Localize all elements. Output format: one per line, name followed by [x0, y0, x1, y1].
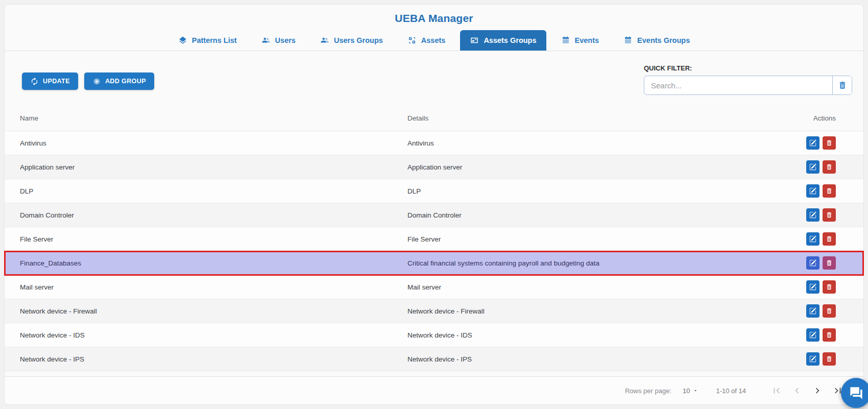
table-row[interactable]: Antivirus Antivirus: [5, 131, 863, 155]
edit-icon: [809, 283, 816, 291]
refresh-icon: [30, 77, 39, 86]
chat-fab-button[interactable]: [841, 378, 868, 408]
search-input[interactable]: [644, 76, 832, 94]
trash-icon: [826, 307, 833, 315]
edit-button[interactable]: [806, 184, 819, 198]
tab-events-groups[interactable]: Events Groups: [614, 30, 700, 51]
trash-icon: [838, 81, 847, 90]
edit-button[interactable]: [806, 352, 819, 366]
delete-button[interactable]: [823, 232, 836, 246]
table-row[interactable]: DLP DLP: [5, 179, 863, 203]
chat-bubbles-icon: [849, 386, 863, 400]
table-body: Antivirus Antivirus Application server A…: [5, 131, 863, 371]
edit-button[interactable]: [806, 328, 819, 342]
next-page-button[interactable]: [811, 384, 824, 397]
previous-page-button[interactable]: [791, 384, 803, 397]
table-row[interactable]: Mail server Mail server: [5, 275, 863, 299]
delete-button[interactable]: [823, 208, 836, 222]
calendar-icon: [561, 36, 570, 45]
edit-icon: [809, 235, 816, 243]
trash-icon: [826, 235, 833, 243]
delete-button[interactable]: [823, 328, 836, 342]
column-header-actions: Actions: [789, 114, 836, 122]
layers-icon: [178, 36, 187, 45]
delete-button[interactable]: [823, 352, 836, 366]
assets-groups-icon: [470, 36, 479, 45]
page-range-label: 1-10 of 14: [716, 387, 746, 395]
pagination-bar: Rows per page: 10 1-10 of 14: [5, 376, 863, 404]
trash-icon: [826, 355, 833, 363]
delete-button[interactable]: [823, 184, 836, 198]
table-row[interactable]: Network device - IPS Network device - IP…: [5, 347, 863, 371]
edit-icon: [809, 139, 816, 147]
trash-icon: [826, 283, 833, 291]
edit-button[interactable]: [806, 304, 819, 318]
page-title: UEBA Manager: [5, 5, 863, 25]
table-row[interactable]: Domain Controler Domain Controler: [5, 203, 863, 227]
edit-icon: [809, 307, 816, 315]
assets-icon: [407, 36, 417, 45]
plus-circle-icon: [92, 77, 101, 86]
tab-patterns-list[interactable]: Patterns List: [168, 30, 247, 51]
rows-per-page-label: Rows per page:: [625, 387, 671, 395]
delete-button[interactable]: [823, 304, 836, 318]
clear-search-button[interactable]: [832, 76, 852, 94]
delete-button[interactable]: [823, 280, 836, 294]
tab-users-groups[interactable]: Users Groups: [310, 30, 393, 51]
ueba-manager-panel: UEBA Manager Patterns List Users Users G…: [4, 4, 864, 405]
calendar-icon: [623, 36, 633, 45]
tab-bar: Patterns List Users Users Groups Assets …: [5, 25, 863, 51]
tab-assets[interactable]: Assets: [398, 30, 455, 51]
table-header: Name Details Actions: [5, 106, 863, 131]
edit-icon: [809, 163, 816, 171]
toolbar: UPDATE ADD GROUP QUICK FILTER:: [5, 51, 863, 95]
first-page-icon: [771, 385, 782, 396]
edit-button[interactable]: [806, 232, 819, 246]
users-icon: [261, 36, 271, 45]
trash-icon: [826, 331, 833, 339]
column-header-details: Details: [407, 114, 789, 122]
chevron-right-icon: [812, 385, 823, 396]
edit-icon: [809, 211, 816, 219]
rows-per-page-select[interactable]: 10: [683, 387, 698, 395]
column-header-name: Name: [20, 114, 407, 122]
delete-button[interactable]: [823, 160, 836, 174]
tab-users[interactable]: Users: [252, 30, 305, 51]
edit-button[interactable]: [806, 256, 819, 270]
tab-assets-groups[interactable]: Assets Groups: [460, 30, 546, 51]
quick-filter-label: QUICK FILTER:: [644, 64, 852, 72]
chevron-left-icon: [791, 385, 803, 396]
table-row-selected[interactable]: Finance_Databases Critical financial sys…: [5, 251, 863, 275]
edit-icon: [809, 355, 816, 363]
trash-icon: [826, 211, 833, 219]
delete-button[interactable]: [823, 256, 836, 270]
table-row[interactable]: Network device - IDS Network device - ID…: [5, 323, 863, 347]
edit-button[interactable]: [806, 208, 819, 222]
edit-button[interactable]: [806, 136, 819, 150]
users-groups-icon: [320, 36, 329, 45]
edit-icon: [809, 331, 816, 339]
caret-down-icon: [692, 388, 698, 394]
quick-filter: QUICK FILTER:: [644, 64, 852, 95]
edit-icon: [809, 259, 816, 267]
trash-icon: [826, 259, 833, 267]
search-group: [644, 76, 852, 95]
tab-events[interactable]: Events: [551, 30, 609, 51]
update-button[interactable]: UPDATE: [22, 73, 78, 90]
table-row[interactable]: Application server Application server: [5, 155, 863, 179]
trash-icon: [826, 187, 833, 195]
edit-icon: [809, 187, 816, 195]
trash-icon: [826, 163, 833, 171]
add-group-button[interactable]: ADD GROUP: [84, 73, 154, 90]
edit-button[interactable]: [806, 280, 819, 294]
table-row[interactable]: File Server File Server: [5, 227, 863, 251]
edit-button[interactable]: [806, 160, 819, 174]
delete-button[interactable]: [823, 136, 836, 150]
first-page-button[interactable]: [770, 384, 783, 397]
table-row[interactable]: Network device - Firewall Network device…: [5, 299, 863, 323]
trash-icon: [826, 139, 833, 147]
